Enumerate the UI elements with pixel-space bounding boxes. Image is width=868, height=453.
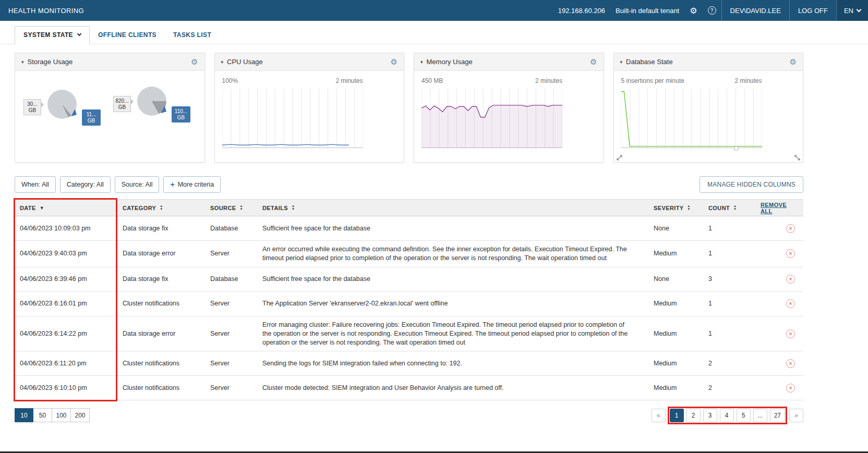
tab-system-state[interactable]: SYSTEM STATE	[15, 26, 90, 44]
page-size-200[interactable]: 200	[71, 408, 90, 422]
remove-all-link[interactable]: REMOVE ALL	[761, 202, 798, 214]
chart-container: 100% 2 minutes	[222, 77, 363, 148]
widget-settings-gear-icon[interactable]: ⚙	[790, 57, 797, 67]
tab-bar: SYSTEM STATEOFFLINE CLIENTSTASKS LIST	[0, 26, 868, 44]
tenant-name[interactable]: Built-in default tenant	[610, 0, 684, 21]
widget-title: Database State	[626, 58, 673, 66]
period-label: 2 minutes	[734, 77, 762, 84]
collapse-triangle-icon: ▾	[620, 59, 623, 65]
column-header-date[interactable]: DATE▼	[15, 200, 117, 216]
manage-hidden-columns-button[interactable]: MANAGE HIDDEN COLUMNS	[700, 176, 803, 193]
column-header-severity[interactable]: SEVERITY▲▼	[648, 200, 703, 216]
widget-collapse-toggle[interactable]: ▾ CPU Usage	[221, 58, 263, 66]
remove-row-button[interactable]: ×	[786, 275, 795, 284]
cell-details: Sending the logs for SIEM integration fa…	[257, 355, 648, 372]
pagination-page-4[interactable]: 4	[720, 409, 734, 422]
filter-source[interactable]: Source: All	[115, 176, 160, 193]
pagination-page-2[interactable]: 2	[686, 409, 701, 422]
resize-handle-bottom-left-icon[interactable]	[617, 155, 622, 161]
cpu-chart-area	[222, 89, 363, 148]
remove-row-button[interactable]: ×	[786, 224, 795, 233]
widget-header: ▾ Database State ⚙	[614, 53, 803, 71]
cell-category: Data storage error	[117, 325, 205, 342]
widget-title: Storage Usage	[28, 58, 73, 66]
help-icon[interactable]: ?	[703, 0, 721, 21]
remove-row-button[interactable]: ×	[786, 329, 795, 338]
plus-icon: +	[170, 180, 174, 189]
column-header-details[interactable]: DETAILS▲▼	[257, 200, 648, 216]
storage-pie-group: 820... GB 110... GB	[113, 87, 201, 141]
cell-remove: ×	[755, 245, 803, 262]
period-label: 2 minutes	[335, 77, 363, 84]
column-header-category[interactable]: CATEGORY▲▼	[117, 200, 205, 216]
label-line: GB	[172, 115, 190, 121]
filter-when[interactable]: When: All	[15, 176, 56, 193]
filter-label: Source: All	[122, 181, 153, 188]
cell-count: 3	[703, 271, 755, 288]
language-selector[interactable]: EN	[836, 0, 868, 21]
table-row: 04/06/2023 10:09:03 pmData storage fixDa…	[15, 216, 803, 241]
column-header-count[interactable]: COUNT▲▼	[703, 200, 755, 216]
tab-tasks-list[interactable]: TASKS LIST	[165, 26, 220, 44]
sort-icon: ▲▼	[239, 205, 243, 211]
sort-desc-icon: ▼	[40, 205, 44, 211]
sort-down-arrow: ▼	[239, 208, 243, 211]
pagination-page-5[interactable]: 5	[737, 409, 751, 422]
table-row: 04/06/2023 6:14:22 pmData storage errorS…	[15, 316, 803, 352]
cell-count: 2	[703, 355, 755, 372]
cell-severity: None	[648, 271, 703, 288]
pagination-page-3[interactable]: 3	[703, 409, 717, 422]
cell-category: Data storage fix	[117, 220, 205, 237]
cell-details: The Application Server 'ekranserver2-02.…	[257, 295, 648, 312]
cell-source: Server	[205, 295, 257, 312]
page-size-50[interactable]: 50	[33, 408, 52, 422]
filter-category[interactable]: Category: All	[60, 176, 111, 193]
widget-settings-gear-icon[interactable]: ⚙	[590, 57, 597, 67]
sort-down-arrow: ▼	[733, 208, 737, 211]
chart-point-marker[interactable]	[734, 146, 739, 151]
pagination-next-button[interactable]: »	[789, 409, 803, 422]
remove-row-button[interactable]: ×	[786, 299, 795, 308]
page-size-10[interactable]: 10	[15, 408, 33, 422]
widget-collapse-toggle[interactable]: ▾ Database State	[620, 58, 673, 66]
widget-collapse-toggle[interactable]: ▾ Storage Usage	[21, 58, 73, 66]
pagination-page-27[interactable]: 27	[770, 409, 785, 422]
page-size-100[interactable]: 100	[52, 408, 71, 422]
cell-remove: ×	[755, 271, 803, 288]
sort-icon: ▲▼	[688, 205, 691, 211]
column-label: CATEGORY	[123, 205, 156, 211]
cell-category: Cluster notifications	[117, 355, 205, 372]
remove-row-button[interactable]: ×	[786, 249, 795, 258]
current-user[interactable]: DEV\DAVID.LEE	[721, 0, 789, 21]
widget-collapse-toggle[interactable]: ▾ Memory Usage	[420, 58, 473, 66]
remove-row-button[interactable]: ×	[786, 359, 795, 368]
column-header-source[interactable]: SOURCE▲▼	[205, 200, 257, 216]
cell-category: Data storage fix	[117, 271, 205, 288]
top-bar-right: 192.168.60.206 Built-in default tenant ⚙…	[553, 0, 868, 21]
tab-offline-clients[interactable]: OFFLINE CLIENTS	[90, 26, 165, 44]
resize-handle-bottom-right-icon[interactable]	[794, 155, 800, 161]
settings-gear-icon[interactable]: ⚙	[684, 0, 702, 21]
log-off-button[interactable]: LOG OFF	[789, 0, 836, 21]
widgets-row: ▾ Storage Usage ⚙ 30... GB 11... GB	[15, 53, 803, 163]
pagination-pages: 12345...27	[670, 409, 785, 422]
label-line: GB	[114, 104, 130, 111]
widget-header: ▾ Storage Usage ⚙	[15, 53, 204, 71]
label-pointer-icon	[131, 99, 136, 104]
pagination-page-1[interactable]: 1	[670, 409, 684, 422]
language-label: EN	[844, 7, 853, 15]
widget-settings-gear-icon[interactable]: ⚙	[391, 57, 397, 67]
cell-category: Cluster notifications	[117, 295, 205, 312]
storage-pie-group: 30... GB 11... GB	[23, 90, 111, 144]
remove-row-button[interactable]: ×	[786, 384, 795, 393]
widget-settings-gear-icon[interactable]: ⚙	[191, 57, 198, 67]
column-label: DATE	[20, 205, 36, 211]
cell-source: Server	[205, 379, 257, 397]
sort-down-arrow: ▼	[688, 208, 691, 211]
table-row: 04/06/2023 6:10:10 pmCluster notificatio…	[15, 376, 803, 400]
chevron-down-icon	[857, 7, 862, 12]
pagination-prev-button[interactable]: «	[652, 409, 666, 422]
collapse-triangle-icon: ▾	[221, 59, 224, 65]
filter-more-criteria[interactable]: +More criteria	[163, 176, 221, 193]
cell-count: 1	[703, 220, 755, 237]
